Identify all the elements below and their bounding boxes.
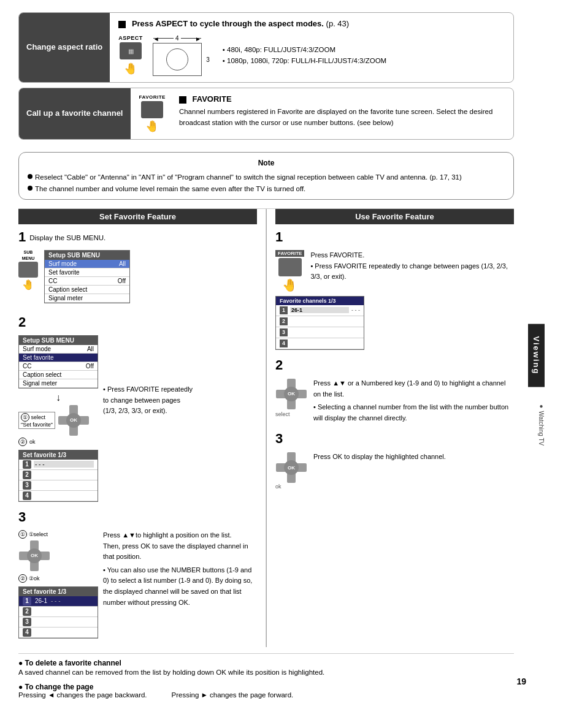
sub-menu-btn-body [18, 262, 38, 278]
fav-text-content: FAVORITE Channel numbers registered in F… [179, 94, 505, 129]
left-step-3-header: 3 [18, 510, 257, 526]
right-step-2-illus: OK select Press ▲▼ or a Numbered key (1-… [275, 378, 514, 423]
aspect-bullets: • 480i, 480p: FULL/JUST/4:3/ZOOM • 1080p… [223, 44, 386, 67]
two-col-section: Set Favorite Feature 1 Display the SUB M… [18, 208, 514, 647]
right-step-2-num: 2 [275, 358, 283, 372]
delete-fav-item: ● To delete a favorite channel A saved c… [18, 659, 514, 678]
hand-icon: 🤚 [124, 62, 137, 75]
right-step-3: 3 OK ok Press OK to displ [275, 432, 514, 490]
step3-fav-list: Set favorite 1/3 1 26-1 - - - 2 [18, 586, 98, 639]
menu-row-set-favorite: Set favorite [45, 268, 129, 277]
left-step-1: 1 Display the SUB MENU. SUB MENU 🤚 Setup… [18, 230, 257, 307]
right-step-3-num: 3 [275, 432, 283, 446]
change-page-title: ● To change the page [18, 683, 514, 691]
aspect-button-illus: ASPECT ▦ 🤚 [118, 35, 143, 75]
fav-btn-label: FAVORITE [139, 94, 166, 100]
note-title: Note [28, 157, 505, 169]
right-fav-btn: FAVORITE 🤚 [275, 250, 304, 292]
call-up-favorite-box: Call up a favorite channel FAVORITE 🤚 FA… [18, 88, 514, 140]
right-step-2-select-tag: select [275, 411, 307, 417]
change-aspect-ratio-label: Change aspect ratio [19, 13, 110, 82]
aspect-title: Press ASPECT to cycle through the aspect… [118, 19, 505, 28]
step3-fav-row-1: 1 26-1 - - - [19, 596, 98, 607]
note-item-2: The channel number and volume level rema… [28, 183, 505, 194]
left-step-2-inner: Setup SUB MENU Surf modeAll Set favorite… [18, 335, 257, 502]
right-step-1-header: 1 [275, 230, 514, 246]
change-aspect-ratio-content: Press ASPECT to cycle through the aspect… [110, 13, 513, 82]
left-step-1-illus: SUB MENU 🤚 Setup SUB MENU Surf modeAll [18, 250, 257, 307]
step2-row-cc: CCOff [19, 362, 98, 371]
step2-fav-row-1: 1 - - - [19, 460, 98, 470]
menu-row-cc: CCOff [45, 277, 129, 286]
page-number: 19 [516, 677, 526, 686]
step2-menu-box: Setup SUB MENU Surf modeAll Set favorite… [18, 335, 98, 389]
ok-center: OK [66, 413, 81, 428]
menu-row-surf-mode: Surf modeAll [45, 260, 129, 268]
ok-dpad-step3: OK [18, 540, 50, 572]
fav-desc: Channel numbers registered in Favorite a… [179, 106, 505, 129]
aspect-btn-icon: ▦ [128, 48, 134, 55]
ok-center-r3: OK [284, 460, 299, 475]
aspect-inner: ASPECT ▦ 🤚 ◄ [118, 34, 505, 76]
note-item-1: Reselect "Cable" or "Antenna" in "ANT in… [28, 172, 505, 183]
dim-4: 4 [174, 35, 181, 42]
left-step-2: 2 Setup SUB MENU Surf modeAll Set favori… [18, 316, 257, 502]
change-page-item: ● To change the page Pressing ◄ changes … [18, 683, 514, 699]
sub-menu-btn-label-1: SUB [24, 250, 33, 255]
left-step-3: 3 ① ①select [18, 510, 257, 639]
page-wrapper: Change aspect ratio Press ASPECT to cycl… [18, 12, 545, 699]
left-step-1-header: 1 Display the SUB MENU. [18, 230, 257, 246]
sub-menu-hand-icon: 🤚 [22, 279, 34, 290]
step3-fav-row-3: 3 [19, 617, 98, 628]
fav-ch-row-1: 1 26-1 - - - [276, 305, 364, 316]
change-page-row: Pressing ◄ changes the page backward. Pr… [18, 691, 514, 699]
right-step-1: 1 FAVORITE 🤚 Press FAVORITE. • Press FAV… [275, 230, 514, 350]
fav-title: FAVORITE [179, 94, 505, 104]
top-section: Change aspect ratio Press ASPECT to cycl… [18, 12, 514, 145]
call-up-favorite-label: Call up a favorite channel [19, 88, 131, 139]
right-step-1-num: 1 [275, 230, 283, 244]
left-step-1-label: Display the SUB MENU. [29, 230, 105, 241]
right-col: Use Favorite Feature 1 FAVORITE 🤚 [267, 209, 514, 647]
left-step-3-left: ① ①select OK [18, 530, 98, 639]
step2-row-caption: Caption select [19, 371, 98, 379]
step1-menu-box: Setup SUB MENU Surf modeAll Set favorite… [44, 250, 130, 307]
step2-row-signal: Signal meter [19, 379, 98, 388]
note-box: Note Reselect "Cable" or "Antenna" in "A… [18, 152, 514, 200]
note-bullet-icon-2 [28, 186, 33, 191]
sub-menu-btn-label-2: MENU [22, 256, 35, 261]
dpad-area-step3: OK [18, 540, 98, 572]
menu-row-signal: Signal meter [45, 294, 129, 303]
delete-fav-title: ● To delete a favorite channel [18, 659, 514, 667]
left-step-2-left: Setup SUB MENU Surf modeAll Set favorite… [18, 335, 98, 502]
step3-desc: Press ▲▼to highlight a position on the l… [103, 530, 257, 608]
right-fav-hand: 🤚 [282, 278, 297, 292]
right-step-1-illus: FAVORITE 🤚 Press FAVORITE. • Press FAVOR… [275, 250, 514, 292]
right-fav-body [278, 258, 302, 276]
ratio-diagram: ◄ 4 ► 3 [153, 43, 202, 76]
note-bullet-icon [28, 174, 33, 179]
step2-row-setfav: Set favorite [19, 354, 98, 362]
favorite-channels-box: Favorite channels 1/3 1 26-1 - - - 2 3 [275, 296, 364, 350]
ok-center-3: OK [27, 548, 42, 563]
fav-btn-illus: FAVORITE 🤚 [139, 94, 166, 133]
change-aspect-ratio-box: Change aspect ratio Press ASPECT to cycl… [18, 12, 514, 83]
left-step-3-inner: ① ①select OK [18, 530, 257, 639]
right-step-1-text: Press FAVORITE. • Press FAVORITE repeate… [310, 250, 514, 282]
left-col: Set Favorite Feature 1 Display the SUB M… [18, 209, 266, 647]
square-bullet-icon [118, 21, 126, 28]
fav-btn-body [141, 101, 163, 118]
menu-header: Setup SUB MENU [45, 251, 129, 260]
fav-square-bullet-icon [179, 96, 186, 104]
right-step-3-illus: OK ok Press OK to display the highlighte… [275, 452, 514, 490]
aspect-btn-body: ▦ [120, 42, 142, 59]
inner-circle [166, 48, 188, 70]
step3-fav-header: Set favorite 1/3 [19, 587, 98, 596]
fav-row: FAVORITE 🤚 FAVORITE Channel numbers regi… [139, 94, 505, 133]
right-step-2-text: Press ▲▼ or a Numbered key (1-9 and 0) t… [313, 378, 514, 423]
ok-dpad-right-2: OK [275, 378, 307, 410]
step2-row-surf: Surf modeAll [19, 345, 98, 354]
dim-3: 3 [206, 44, 210, 75]
setup-sub-menu-box: Setup SUB MENU Surf modeAll Set favorite… [44, 250, 130, 303]
step2-fav-row-2: 2 [19, 470, 98, 480]
